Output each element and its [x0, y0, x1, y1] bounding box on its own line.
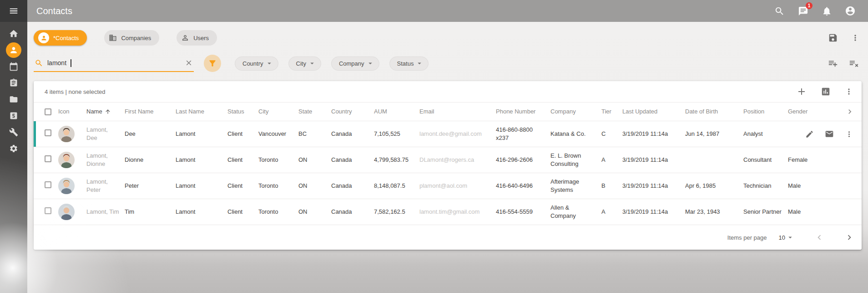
tab-users-label: Users — [193, 35, 209, 41]
cell-first_name: Peter — [125, 182, 176, 190]
column-header-state[interactable]: State — [298, 108, 331, 116]
filter-country[interactable]: Country — [235, 57, 278, 71]
cell-last_name: Lamont — [176, 156, 227, 164]
cell-state: ON — [298, 156, 331, 164]
scroll-columns-right-button[interactable] — [830, 107, 862, 116]
sidebar-item-pipeline[interactable] — [0, 108, 27, 124]
sidebar-item-home[interactable] — [0, 26, 27, 42]
row-select-cell — [34, 181, 58, 190]
column-label: Date of Birth — [685, 108, 718, 116]
home-icon — [9, 29, 19, 39]
contact-search-input[interactable]: lamont — [34, 55, 194, 72]
column-header-phone[interactable]: Phone Number — [496, 108, 550, 116]
previous-page-button[interactable] — [814, 232, 824, 242]
more-vert-icon — [851, 33, 860, 42]
sidebar-item-tools[interactable] — [0, 124, 27, 140]
items-per-page-label: Items per page — [727, 234, 767, 241]
select-all-checkbox[interactable] — [45, 108, 51, 115]
table-row[interactable]: Lamont, PeterPeterLamontClientTorontoONC… — [34, 173, 862, 199]
column-header-position[interactable]: Position — [743, 108, 788, 116]
clear-list-button[interactable] — [849, 58, 859, 68]
column-header-tier[interactable]: Tier — [601, 108, 622, 116]
messages-button[interactable]: 1 — [797, 5, 809, 17]
icon-cell — [58, 126, 86, 142]
column-label: First Name — [125, 108, 154, 116]
cell-email: DLamont@rogers.ca — [419, 156, 496, 164]
app-header: Contacts 1 — [0, 0, 868, 22]
notifications-button[interactable] — [821, 5, 833, 17]
cell-gender: Male — [788, 182, 830, 190]
cell-city: Vancouver — [258, 130, 298, 138]
column-header-status[interactable]: Status — [227, 108, 258, 116]
edit-contact-button[interactable] — [805, 130, 814, 139]
row-checkbox[interactable] — [45, 129, 51, 136]
account-button[interactable] — [844, 5, 856, 17]
sidebar-item-files[interactable] — [0, 91, 27, 108]
column-header-gender[interactable]: Gender — [788, 108, 830, 116]
sidebar-item-tasks[interactable] — [0, 75, 27, 91]
column-label: Country — [331, 108, 352, 116]
global-search-button[interactable] — [773, 5, 785, 17]
save-view-button[interactable] — [828, 33, 838, 43]
header-actions: 1 — [773, 5, 868, 17]
column-header-last_updated[interactable]: Last Updated — [622, 108, 685, 116]
column-label: Gender — [788, 108, 807, 116]
column-header-aum[interactable]: AUM — [374, 108, 419, 116]
tab-users[interactable]: Users — [177, 30, 217, 46]
column-header-icon[interactable]: Icon — [58, 108, 86, 116]
column-header-name[interactable]: Name — [86, 108, 125, 116]
row-checkbox[interactable] — [45, 181, 51, 188]
nav-sidebar — [0, 22, 27, 293]
add-to-list-button[interactable] — [828, 58, 838, 68]
person-icon — [9, 46, 18, 55]
row-hover-actions — [798, 127, 858, 141]
items-per-page-select[interactable]: 10 — [779, 233, 794, 242]
column-header-last_name[interactable]: Last Name — [176, 108, 227, 116]
filter-company[interactable]: Company — [331, 57, 379, 71]
chart-view-button[interactable] — [821, 87, 831, 97]
gear-icon — [9, 144, 18, 153]
row-checkbox[interactable] — [45, 155, 51, 162]
cell-position: Analyst — [743, 130, 788, 138]
column-header-city[interactable]: City — [258, 108, 298, 116]
tab-contacts[interactable]: *Contacts — [34, 30, 87, 46]
sidebar-item-calendar[interactable] — [0, 58, 27, 75]
table-row[interactable]: Lamont, DeeDeeLamontClientVancouverBCCan… — [34, 121, 862, 147]
cell-state: ON — [298, 182, 331, 190]
filter-city[interactable]: City — [288, 57, 321, 71]
menu-button[interactable] — [0, 0, 27, 22]
tab-companies[interactable]: Companies — [104, 30, 159, 46]
column-header-first_name[interactable]: First Name — [125, 108, 176, 116]
cell-tier: C — [601, 130, 622, 138]
chevron-down-icon — [366, 59, 374, 67]
column-header-country[interactable]: Country — [331, 108, 374, 116]
row-more-button[interactable] — [845, 130, 853, 139]
pagination: Items per page 10 — [34, 225, 862, 250]
view-more-button[interactable] — [851, 33, 860, 42]
table-row[interactable]: Lamont, TimTimLamontClientTorontoONCanad… — [34, 199, 862, 225]
table-more-button[interactable] — [844, 87, 853, 96]
row-checkbox[interactable] — [45, 207, 51, 214]
column-header-email[interactable]: Email — [419, 108, 496, 116]
table-body: Lamont, DeeDeeLamontClientVancouverBCCan… — [34, 121, 862, 225]
active-nav-highlight — [6, 42, 21, 58]
next-page-button[interactable] — [844, 232, 854, 242]
table-row[interactable]: Lamont, DionneDionneLamontClientTorontoO… — [34, 147, 862, 173]
cell-company: Afterimage Systems — [550, 178, 601, 194]
sidebar-item-contacts[interactable] — [0, 42, 27, 58]
column-header-date_of_birth[interactable]: Date of Birth — [685, 108, 743, 116]
column-header-company[interactable]: Company — [550, 108, 601, 116]
filter-status[interactable]: Status — [389, 57, 429, 71]
sidebar-item-settings[interactable] — [0, 140, 27, 157]
clear-search-button[interactable] — [185, 59, 193, 67]
chevron-down-icon — [265, 59, 273, 67]
envelope-icon — [825, 129, 834, 139]
add-contact-button[interactable] — [796, 86, 807, 97]
filter-dropdowns: Country City Company Status — [235, 57, 429, 71]
search-icon — [35, 59, 43, 67]
cell-status: Client — [227, 130, 258, 138]
filter-button[interactable] — [204, 55, 221, 72]
email-contact-button[interactable] — [825, 129, 834, 139]
person-outline-icon — [181, 34, 189, 42]
cell-aum: 7,582,162.5 — [374, 208, 419, 216]
